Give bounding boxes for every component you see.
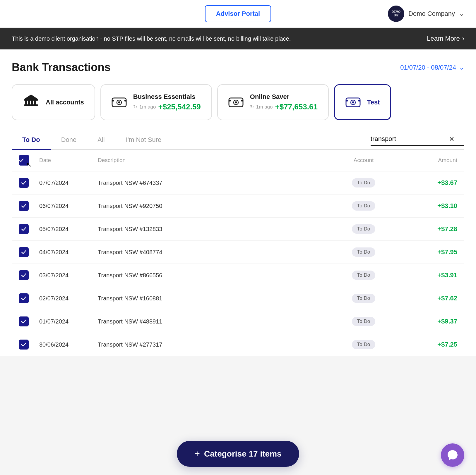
row-checkbox-5[interactable] [19, 293, 29, 303]
search-area: × [371, 135, 464, 146]
date-range-text: 01/07/20 - 08/07/24 [400, 64, 456, 71]
search-input[interactable] [371, 135, 447, 143]
row-amount-0: +$3.67 [399, 179, 457, 187]
search-clear-button[interactable]: × [447, 135, 457, 143]
company-name: Demo Company [408, 10, 455, 18]
row-checkbox-1[interactable] [19, 201, 29, 211]
learn-more-button[interactable]: Learn More › [427, 35, 464, 42]
chevron-down-icon: ⌄ [459, 10, 464, 18]
row-amount-1: +$3.10 [399, 202, 457, 210]
demo-banner-text: This is a demo client organisation - no … [12, 34, 291, 43]
row-amount-4: +$3.91 [399, 271, 457, 279]
row-date-5: 02/07/2024 [39, 295, 98, 302]
business-card-name: Business Essentials [133, 93, 201, 101]
account-card-online[interactable]: Online Saver ↻ 1m ago +$77,653.61 [217, 84, 329, 120]
account-icon-business [112, 96, 127, 109]
categorise-button[interactable]: + Categorise 17 items [177, 441, 299, 467]
svg-rect-3 [28, 101, 30, 104]
row-amount-2: +$7.28 [399, 225, 457, 233]
row-amount-7: +$7.25 [399, 341, 457, 348]
row-date-7: 30/06/2024 [39, 341, 98, 348]
advisor-portal-button[interactable]: Advisor Portal [205, 5, 271, 22]
table-row: 04/07/2024 Transport NSW #408774 To Do +… [12, 241, 464, 264]
row-desc-5: Transport NSW #160881 [98, 295, 328, 302]
svg-rect-10 [112, 100, 114, 101]
row-account-0: To Do [328, 178, 399, 187]
table-row: 05/07/2024 Transport NSW #132833 To Do +… [12, 218, 464, 241]
cursor-icon: ↖ [26, 161, 32, 168]
row-checkbox-0[interactable] [19, 178, 29, 188]
row-desc-1: Transport NSW #920750 [98, 203, 328, 209]
table-row: 07/07/2024 Transport NSW #674337 To Do +… [12, 171, 464, 195]
tab-all[interactable]: All [87, 131, 115, 150]
table-row: 30/06/2024 Transport NSW #277317 To Do +… [12, 333, 464, 356]
tab-notsure[interactable]: I'm Not Sure [115, 131, 172, 150]
svg-rect-20 [346, 100, 348, 101]
date-range-selector[interactable]: 01/07/20 - 08/07/24 ⌄ [400, 64, 464, 71]
bank-icon [23, 93, 39, 111]
svg-rect-15 [229, 100, 231, 101]
tab-done[interactable]: Done [51, 131, 87, 150]
col-header-amount: Amount [399, 157, 457, 164]
company-selector[interactable]: DEMOBIZ Demo Company ⌄ [388, 6, 464, 22]
business-card-balance: +$25,542.59 [158, 102, 201, 111]
bottom-bar: + Categorise 17 items [0, 433, 476, 475]
account-card-business[interactable]: Business Essentials ↻ 1m ago +$25,542.59 [100, 84, 212, 120]
online-card-info: Online Saver ↻ 1m ago +$77,653.61 [250, 93, 318, 111]
row-account-2: To Do [328, 224, 399, 234]
top-nav: Advisor Portal DEMOBIZ Demo Company ⌄ [0, 0, 476, 28]
row-account-3: To Do [328, 247, 399, 257]
row-date-0: 07/07/2024 [39, 180, 98, 186]
todo-badge-4: To Do [352, 271, 375, 280]
row-checkbox-7[interactable] [19, 340, 29, 350]
svg-point-9 [118, 101, 120, 103]
row-desc-4: Transport NSW #866556 [98, 272, 328, 279]
row-checkbox-2[interactable] [19, 224, 29, 234]
chevron-down-icon: ⌄ [459, 64, 464, 71]
row-checkbox-4[interactable] [19, 270, 29, 280]
select-all-checkbox[interactable]: ↖ [19, 155, 29, 166]
row-amount-3: +$7.95 [399, 248, 457, 256]
todo-badge-1: To Do [352, 201, 375, 211]
account-icon-online [228, 96, 244, 109]
svg-rect-4 [31, 101, 33, 104]
row-desc-2: Transport NSW #132833 [98, 226, 328, 233]
col-header-date: Date [39, 157, 98, 164]
account-card-all[interactable]: All accounts [12, 84, 95, 120]
row-account-7: To Do [328, 340, 399, 349]
todo-badge-0: To Do [352, 178, 375, 187]
arrow-right-icon: › [462, 35, 464, 42]
svg-marker-6 [24, 94, 38, 99]
page-header: Bank Transactions 01/07/20 - 08/07/24 ⌄ [12, 61, 464, 74]
account-card-test[interactable]: Test [334, 84, 391, 120]
todo-badge-6: To Do [352, 317, 375, 326]
account-icon-test [345, 96, 361, 109]
row-date-4: 03/07/2024 [39, 272, 98, 279]
online-card-name: Online Saver [250, 93, 318, 101]
row-checkbox-3[interactable] [19, 247, 29, 257]
business-card-time: 1m ago [139, 104, 156, 110]
row-amount-6: +$9.37 [399, 318, 457, 325]
row-date-2: 05/07/2024 [39, 226, 98, 233]
svg-rect-21 [358, 100, 360, 101]
row-date-1: 06/07/2024 [39, 203, 98, 209]
svg-rect-11 [124, 100, 126, 101]
row-account-5: To Do [328, 294, 399, 303]
row-amount-5: +$7.62 [399, 295, 457, 302]
tab-todo[interactable]: To Do [12, 131, 51, 150]
page-title: Bank Transactions [12, 61, 111, 74]
row-checkbox-6[interactable] [19, 316, 29, 326]
table-row: 02/07/2024 Transport NSW #160881 To Do +… [12, 287, 464, 310]
transactions-table: ↖ Date Description Account Amount 07/07/… [12, 150, 464, 356]
col-header-account: Account [328, 157, 399, 164]
table-row: 06/07/2024 Transport NSW #920750 To Do +… [12, 195, 464, 218]
row-date-6: 01/07/2024 [39, 318, 98, 325]
svg-rect-2 [25, 101, 27, 104]
chat-button[interactable] [441, 443, 464, 467]
svg-point-14 [235, 101, 237, 103]
todo-badge-5: To Do [352, 294, 375, 303]
online-card-meta: ↻ 1m ago +$77,653.61 [250, 102, 318, 111]
row-account-4: To Do [328, 271, 399, 280]
table-row: 01/07/2024 Transport NSW #488911 To Do +… [12, 310, 464, 333]
table-row: 03/07/2024 Transport NSW #866556 To Do +… [12, 264, 464, 287]
